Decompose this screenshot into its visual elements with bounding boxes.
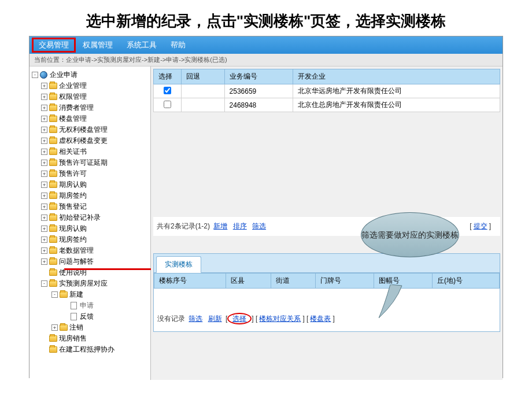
plus-icon[interactable]: + xyxy=(41,258,47,265)
tree-item[interactable]: +问题与解答 xyxy=(31,256,149,267)
tree-item[interactable]: +预售许可 xyxy=(31,168,149,179)
table-row[interactable]: 2536659 北京华远房地产开发有限责任公司 xyxy=(154,84,500,98)
cell-rollback xyxy=(182,84,225,98)
tree-item-cancel[interactable]: +注销 xyxy=(31,322,149,332)
tree-item[interactable]: +期房签约 xyxy=(31,190,149,201)
cell-bizid: 2536659 xyxy=(224,84,293,98)
plus-icon[interactable]: + xyxy=(41,149,47,155)
plus-icon[interactable]: + xyxy=(51,324,58,331)
tree-item[interactable]: +楼盘管理 xyxy=(31,113,149,124)
minus-icon[interactable]: - xyxy=(51,291,58,298)
plus-icon[interactable]: + xyxy=(41,94,47,100)
tree-item[interactable]: 现房销售 xyxy=(31,333,149,343)
link-submit[interactable]: 提交 xyxy=(474,222,487,230)
tree-item[interactable]: +虚权利楼盘变更 xyxy=(31,135,149,146)
plus-icon[interactable]: + xyxy=(41,171,47,177)
minus-icon[interactable]: - xyxy=(32,72,38,78)
plus-icon[interactable]: + xyxy=(41,204,47,210)
col-seq: 楼栋序号 xyxy=(154,274,226,289)
tree-item[interactable]: 在建工程抵押协办 xyxy=(31,344,149,354)
plus-icon[interactable]: + xyxy=(41,138,47,144)
menu-tools[interactable]: 系统工具 xyxy=(120,38,164,53)
link-filter[interactable]: 筛选 xyxy=(252,222,266,230)
tree-item[interactable]: +无权利楼盘管理 xyxy=(31,124,149,135)
menu-transaction[interactable]: 交易管理 xyxy=(32,38,76,53)
col-street: 街道 xyxy=(271,274,316,289)
row-checkbox[interactable] xyxy=(164,87,171,94)
tree-item[interactable]: +老数据管理 xyxy=(31,245,149,256)
callout: 筛选需要做对应的实测楼栋 xyxy=(361,212,459,257)
plus-icon[interactable]: + xyxy=(41,182,47,188)
callout-bubble: 筛选需要做对应的实测楼栋 xyxy=(361,212,459,257)
folder-icon xyxy=(49,335,57,342)
link-refresh[interactable]: 刷新 xyxy=(208,315,222,323)
tree-item-new[interactable]: -新建 xyxy=(31,289,149,300)
plus-icon[interactable]: + xyxy=(41,193,47,199)
folder-icon xyxy=(49,93,57,101)
building-table: 楼栋序号 区县 街道 门牌号 图幅号 丘(地)号 xyxy=(154,273,500,289)
menu-ownership[interactable]: 权属管理 xyxy=(76,38,120,53)
tree-item[interactable]: +企业管理 xyxy=(31,80,149,91)
menu-help[interactable]: 帮助 xyxy=(164,38,193,53)
table-row[interactable]: 2468948 北京住总房地产开发有限责任公司 xyxy=(154,98,500,112)
col-company: 开发企业 xyxy=(293,69,500,84)
link-building-list[interactable]: 楼盘表 xyxy=(310,315,331,323)
tab-building[interactable]: 实测楼栋 xyxy=(156,256,201,273)
highlight-underline xyxy=(64,268,151,270)
folder-icon xyxy=(49,269,57,276)
plus-icon[interactable]: + xyxy=(41,160,47,166)
folder-icon xyxy=(49,137,57,145)
globe-icon xyxy=(39,71,48,79)
col-select: 选择 xyxy=(154,69,182,84)
tree-leaf-feedback[interactable]: 反馈 xyxy=(31,311,149,322)
folder-icon xyxy=(49,192,57,200)
sub-panel: 实测楼栋 楼栋序号 区县 街道 门牌号 图幅号 丘(地)号 xyxy=(153,253,500,332)
tree-item[interactable]: +预售许可证延期 xyxy=(31,157,149,168)
row-checkbox[interactable] xyxy=(164,101,171,108)
folder-icon xyxy=(49,346,57,353)
tree-item[interactable]: +现房签约 xyxy=(31,234,149,245)
sidebar-tree: - 企业申请 +企业管理 +权限管理 +消费者管理 +楼盘管理 +无权利楼盘管理… xyxy=(29,66,151,380)
folder-icon xyxy=(49,236,57,243)
minus-icon[interactable]: - xyxy=(41,280,47,287)
tree-item[interactable]: +初始登记补录 xyxy=(31,212,149,223)
main-layout: - 企业申请 +企业管理 +权限管理 +消费者管理 +楼盘管理 +无权利楼盘管理… xyxy=(29,66,503,380)
plus-icon[interactable]: + xyxy=(41,83,47,89)
link-select[interactable]: 选择 xyxy=(232,315,246,323)
tree-item-expanded[interactable]: -实预测房屋对应 xyxy=(31,278,149,289)
folder-icon xyxy=(49,82,57,90)
plus-icon[interactable]: + xyxy=(41,237,47,243)
slide-title: 选中新增的纪录，点击"实测楼栋"页签，选择实测楼栋 xyxy=(0,0,532,31)
tree-item[interactable]: +消费者管理 xyxy=(31,102,149,113)
col-district: 区县 xyxy=(226,274,271,289)
plus-icon[interactable]: + xyxy=(41,215,47,221)
tree-leaf-apply[interactable]: 申请 xyxy=(31,300,149,311)
records-table: 选择 回退 业务编号 开发企业 2536659 北京华远房地产开发有限责任公司 xyxy=(153,69,500,112)
doc-icon xyxy=(69,302,78,309)
tree-item[interactable]: +相关证书 xyxy=(31,146,149,157)
plus-icon[interactable]: + xyxy=(41,116,47,122)
tree-item[interactable]: +权限管理 xyxy=(31,91,149,102)
menu-bar: 交易管理 权属管理 系统工具 帮助 xyxy=(29,36,503,54)
plus-icon[interactable]: + xyxy=(41,226,47,232)
link-relation[interactable]: 楼栋对应关系 xyxy=(259,315,301,323)
plus-icon[interactable]: + xyxy=(41,105,47,111)
tree-item[interactable]: +期房认购 xyxy=(31,179,149,190)
link-new[interactable]: 新增 xyxy=(213,222,227,230)
content-area: 选择 回退 业务编号 开发企业 2536659 北京华远房地产开发有限责任公司 xyxy=(151,66,503,380)
sub-footer: 没有记录 筛选 刷新 [选择] [楼栋对应关系] [楼盘表] xyxy=(154,306,500,331)
folder-icon xyxy=(49,280,57,287)
doc-icon xyxy=(69,313,78,320)
folder-icon xyxy=(49,148,57,156)
col-bizid: 业务编号 xyxy=(224,69,293,84)
col-door: 门牌号 xyxy=(316,274,374,289)
folder-icon xyxy=(49,170,57,178)
plus-icon[interactable]: + xyxy=(41,127,47,133)
tree-root[interactable]: - 企业申请 xyxy=(31,69,149,80)
link-sort[interactable]: 排序 xyxy=(233,222,247,230)
tree-item[interactable]: +预售登记 xyxy=(31,201,149,212)
link-filter2[interactable]: 筛选 xyxy=(189,315,202,323)
cell-company: 北京华远房地产开发有限责任公司 xyxy=(293,84,500,98)
plus-icon[interactable]: + xyxy=(41,247,47,254)
tree-item[interactable]: +现房认购 xyxy=(31,223,149,234)
